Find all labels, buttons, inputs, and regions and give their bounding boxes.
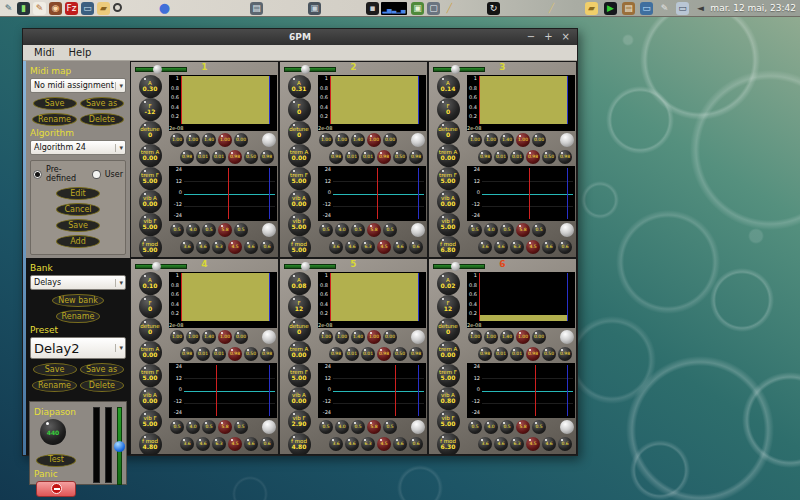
env-knob[interactable]: 1.40 — [202, 330, 216, 344]
env-knob[interactable]: 4.5 — [526, 437, 540, 451]
knob-vib-F[interactable]: vib F5.00 — [139, 213, 162, 236]
diapason-knob[interactable]: 440 — [40, 419, 66, 445]
clock[interactable]: mar. 12 mai, 23:42 — [710, 0, 796, 17]
preset-save-button[interactable]: Save — [33, 363, 77, 376]
env-knob[interactable]: 4.6 — [244, 437, 258, 451]
env-knob[interactable]: 1.00 — [335, 133, 349, 147]
knob-vib-F[interactable]: vib F2.90 — [288, 410, 311, 433]
knob-F[interactable]: F12 — [437, 295, 460, 318]
title-bar[interactable]: 6PM − + × — [23, 29, 577, 45]
env-knob[interactable]: 6.3 — [361, 240, 375, 254]
env-knob[interactable]: 1.00 — [186, 330, 200, 344]
env-knob[interactable]: 0.01 — [510, 150, 524, 164]
slider-handle[interactable] — [301, 262, 310, 271]
knob-trem-F[interactable]: trem F5.00 — [288, 364, 311, 387]
env-knob[interactable]: 0.98 — [228, 347, 242, 361]
preset-delete-button[interactable]: Delete — [80, 379, 124, 392]
midi-delete-button[interactable]: Delete — [80, 113, 124, 126]
env-knob[interactable]: 0.5 — [532, 420, 546, 434]
env-knob[interactable]: 0.5 — [202, 223, 216, 237]
knob-F[interactable]: F12 — [288, 295, 311, 318]
network-icon[interactable]: ▤ — [250, 2, 263, 15]
env-knob[interactable]: 1.00 — [516, 133, 530, 147]
pitch-envelope-display[interactable]: 24120-12-24 — [467, 363, 575, 418]
preset-save-as-button[interactable]: Save as — [80, 363, 124, 376]
pencil-icon[interactable]: ╱ — [443, 2, 456, 15]
pitch-envelope-display[interactable]: 24120-12-24 — [467, 166, 575, 221]
env-scale-knob[interactable] — [560, 330, 574, 344]
operator-level-slider[interactable] — [433, 67, 485, 72]
slider-handle[interactable] — [114, 441, 125, 452]
knob-vib-A[interactable]: vib A0.00 — [288, 190, 311, 213]
env-knob[interactable]: 0.5 — [319, 420, 333, 434]
knob-trem-A[interactable]: trem A0.00 — [139, 341, 162, 364]
knob-vib-A[interactable]: vib A0.00 — [437, 190, 460, 213]
close-button[interactable]: × — [562, 29, 570, 45]
volume-icon[interactable]: ◄ — [694, 2, 707, 15]
env-knob[interactable]: 0.01 — [345, 347, 359, 361]
knob-f-mod[interactable]: f mod6.30 — [437, 433, 460, 455]
env-knob[interactable]: 4.5 — [377, 437, 391, 451]
env-knob[interactable]: 4.0 — [335, 420, 349, 434]
text-editor-icon[interactable]: ✎ — [33, 2, 46, 15]
amp-envelope-display[interactable]: 10.80.60.40.22e-08 — [467, 75, 575, 131]
bank-rename-button[interactable]: Rename — [56, 310, 101, 323]
env-knob[interactable]: 4.5 — [377, 240, 391, 254]
pitch-envelope-display[interactable]: 24120-12-24 — [318, 166, 426, 221]
env-scale-knob[interactable] — [560, 420, 574, 434]
operator-level-slider[interactable] — [284, 264, 336, 269]
env-knob[interactable]: 0.5 — [234, 223, 248, 237]
env-knob[interactable]: 1.40 — [500, 133, 514, 147]
knob-f-mod[interactable]: f mod6.80 — [437, 236, 460, 258]
knob-A[interactable]: A0.02 — [437, 272, 460, 295]
env-knob[interactable]: 0.50 — [542, 150, 556, 164]
env-knob[interactable]: 0.01 — [196, 347, 210, 361]
panic-button[interactable] — [36, 481, 76, 497]
knob-f-mod[interactable]: f mod4.80 — [288, 433, 311, 455]
algorithm-edit-button[interactable]: Edit — [56, 187, 100, 200]
knob-trem-F[interactable]: trem F5.00 — [437, 167, 460, 190]
env-knob[interactable]: 0.6 — [558, 240, 572, 254]
slider-handle[interactable] — [301, 65, 310, 74]
env-knob[interactable]: 4.6 — [196, 240, 210, 254]
env-knob[interactable]: 5.8 — [218, 223, 232, 237]
env-knob[interactable]: 1.00 — [218, 330, 232, 344]
env-knob[interactable]: 0.00 — [383, 330, 397, 344]
env-knob[interactable]: 1.00 — [218, 133, 232, 147]
pitch-envelope-display[interactable]: 24120-12-24 — [318, 363, 426, 418]
pitch-envelope-display[interactable]: 24120-12-24 — [169, 363, 277, 418]
operator-level-slider[interactable] — [135, 264, 187, 269]
clipboard-icon[interactable]: ▤ — [622, 2, 635, 15]
algorithm-cancel-button[interactable]: Cancel — [56, 203, 100, 216]
file-manager-icon[interactable]: ▰ — [97, 2, 110, 15]
env-knob[interactable]: 0.01 — [212, 347, 226, 361]
env-knob[interactable]: 4.0 — [484, 420, 498, 434]
env-scale-knob[interactable] — [411, 420, 425, 434]
env-scale-knob[interactable] — [262, 223, 276, 237]
knob-vib-F[interactable]: vib F5.00 — [437, 410, 460, 433]
env-knob[interactable]: 4.6 — [542, 240, 556, 254]
env-knob[interactable]: 3.6 — [180, 437, 194, 451]
env-knob[interactable]: 4.6 — [196, 437, 210, 451]
env-knob[interactable]: 0.5 — [170, 223, 184, 237]
env-knob[interactable]: 0.5 — [500, 420, 514, 434]
midi-rename-button[interactable]: Rename — [32, 113, 77, 126]
env-knob[interactable]: 0.01 — [494, 347, 508, 361]
algorithm-combo[interactable]: Algorithm 24 ▾ — [30, 140, 126, 155]
knob-trem-F[interactable]: trem F5.00 — [288, 167, 311, 190]
env-knob[interactable]: 0.00 — [532, 133, 546, 147]
env-knob[interactable]: 0.98 — [409, 347, 423, 361]
maximize-button[interactable]: + — [544, 29, 552, 45]
env-knob[interactable]: 0.00 — [234, 330, 248, 344]
env-knob[interactable]: 3.6 — [329, 240, 343, 254]
operator-level-slider[interactable] — [433, 264, 485, 269]
filezilla-icon[interactable]: Fz — [65, 2, 78, 15]
env-knob[interactable]: 0.6 — [260, 240, 274, 254]
env-knob[interactable]: 0.6 — [260, 437, 274, 451]
env-scale-knob[interactable] — [411, 133, 425, 147]
slider-handle[interactable] — [153, 65, 162, 74]
env-knob[interactable]: 0.01 — [361, 347, 375, 361]
env-knob[interactable]: 0.98 — [526, 347, 540, 361]
env-knob[interactable]: 3.6 — [478, 240, 492, 254]
env-knob[interactable]: 1.00 — [516, 330, 530, 344]
